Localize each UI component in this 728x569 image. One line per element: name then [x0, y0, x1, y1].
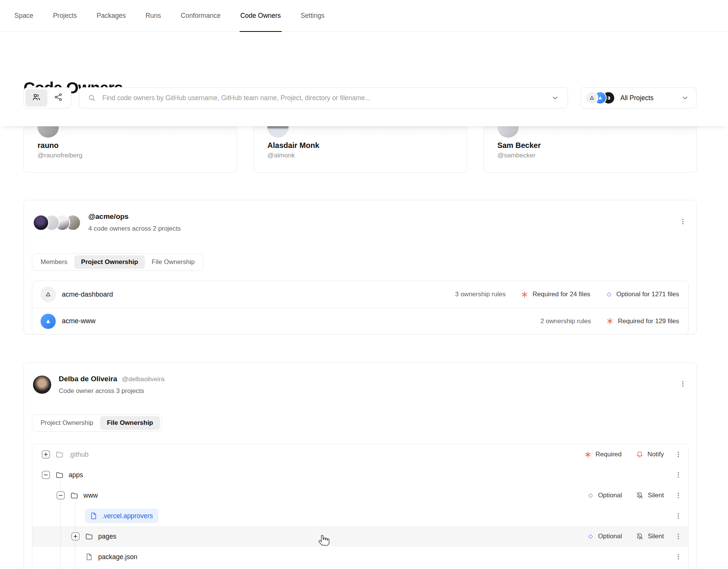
- file-icon: [85, 553, 93, 561]
- avatar: [33, 215, 49, 231]
- kebab-menu-icon[interactable]: [675, 553, 682, 561]
- project-filter-select[interactable]: All Projects: [581, 87, 697, 108]
- tab-project-ownership[interactable]: Project Ownership: [34, 416, 100, 430]
- required-badge: Required: [584, 451, 622, 459]
- silent-badge: Silent: [635, 532, 664, 541]
- owner-handle: @raunofreiberg: [38, 152, 237, 159]
- bell-off-icon: [635, 491, 644, 500]
- diamond-icon: [587, 533, 594, 540]
- notify-badge: Notify: [635, 450, 664, 459]
- owner-handle: @sambecker: [497, 152, 697, 159]
- search-icon: [88, 94, 96, 102]
- share-icon: [54, 93, 63, 103]
- tab-file-ownership[interactable]: File Ownership: [100, 416, 160, 430]
- chevron-down-icon[interactable]: [551, 94, 559, 102]
- owner-card-alasdair[interactable]: Alasdair Monk @almonk: [253, 126, 467, 173]
- view-toggle: [24, 87, 71, 108]
- tree-label: pages: [98, 533, 116, 541]
- nav-item-projects[interactable]: Projects: [53, 0, 77, 31]
- project-ownership-table: acme-dashboard 3 ownership rules Require…: [32, 281, 689, 335]
- person-handle: @delbaoliveira: [122, 376, 165, 383]
- kebab-menu-icon[interactable]: [679, 218, 687, 226]
- owners-view-button[interactable]: [25, 89, 47, 107]
- nav-item-code-owners[interactable]: Code Owners: [240, 0, 281, 31]
- folder-icon: [70, 491, 78, 500]
- tree-row-www[interactable]: www Optional Silent: [32, 485, 688, 506]
- asterisk-icon: [521, 291, 529, 299]
- expand-plus-icon[interactable]: [42, 450, 50, 459]
- team-card-header: @acme/ops 4 code owners across 2 project…: [33, 212, 687, 234]
- owner-name: Alasdair Monk: [267, 141, 466, 150]
- team-card: @acme/ops 4 code owners across 2 project…: [24, 200, 697, 335]
- tree-row-github[interactable]: .github Required Notify: [32, 444, 688, 465]
- owner-handle: @almonk: [267, 152, 466, 159]
- collapse-minus-icon[interactable]: [56, 491, 65, 500]
- project-row-acme-dashboard[interactable]: acme-dashboard 3 ownership rules Require…: [32, 281, 688, 308]
- search-input[interactable]: [102, 94, 545, 102]
- tree-row-pages[interactable]: pages Optional Silent: [32, 526, 688, 547]
- tree-label: package.json: [98, 553, 137, 561]
- team-avatar-stack: [33, 215, 81, 231]
- project-avatars: [585, 91, 615, 104]
- bell-off-icon: [635, 532, 644, 541]
- team-title: @acme/ops: [88, 212, 129, 222]
- nav-item-runs[interactable]: Runs: [146, 0, 161, 31]
- optional-badge: Optional: [587, 492, 622, 499]
- folder-icon: [55, 471, 64, 479]
- selected-file-pill[interactable]: .vercel.approvers: [85, 509, 158, 523]
- tree-row-vercel-approvers[interactable]: .vercel.approvers: [32, 506, 688, 526]
- avatar: [33, 376, 51, 394]
- tree-label: www: [83, 492, 98, 500]
- person-card-header: Delba de Oliveira @delbaoliveira Code ow…: [33, 374, 687, 396]
- required-badge: Required for 24 files: [521, 291, 590, 299]
- person-tabs: Project Ownership File Ownership: [32, 414, 162, 432]
- graph-view-button[interactable]: [47, 89, 69, 107]
- nav-item-space[interactable]: Space: [14, 0, 33, 31]
- kebab-menu-icon[interactable]: [675, 492, 682, 499]
- project-name: acme-www: [62, 317, 96, 325]
- tab-project-ownership[interactable]: Project Ownership: [74, 255, 145, 269]
- person-subtitle: Code owner across 3 projects: [59, 386, 165, 396]
- kebab-menu-icon[interactable]: [675, 533, 682, 540]
- project-avatar-gray-triangle-icon: [585, 91, 598, 104]
- file-ownership-tree: .github Required Notify: [32, 444, 689, 569]
- kebab-menu-icon[interactable]: [679, 380, 687, 388]
- team-subtitle: 4 code owners across 2 projects: [88, 224, 181, 234]
- kebab-menu-icon[interactable]: [675, 512, 682, 520]
- tree-label: apps: [69, 471, 83, 479]
- nav-item-settings[interactable]: Settings: [301, 0, 325, 31]
- nav-item-packages[interactable]: Packages: [97, 0, 126, 31]
- diamond-icon: [587, 492, 594, 499]
- person-card: Delba de Oliveira @delbaoliveira Code ow…: [24, 362, 697, 569]
- bell-icon: [635, 450, 644, 459]
- owner-name: Sam Becker: [497, 141, 697, 150]
- nav-item-conformance[interactable]: Conformance: [181, 0, 221, 31]
- optional-badge: Optional for 1271 files: [606, 291, 679, 298]
- team-tabs: Members Project Ownership File Ownership: [32, 253, 203, 271]
- ownership-rules-count: 2 ownership rules: [540, 318, 591, 325]
- required-badge: Required for 129 files: [606, 317, 679, 325]
- kebab-menu-icon[interactable]: [675, 451, 682, 458]
- tab-file-ownership[interactable]: File Ownership: [145, 255, 201, 269]
- project-row-acme-www[interactable]: acme-www 2 ownership rules Required for …: [32, 308, 688, 334]
- owner-card-rauno[interactable]: rauno @raunofreiberg: [24, 126, 237, 173]
- project-icon-triangle: [41, 314, 56, 329]
- tree-row-apps[interactable]: apps: [32, 465, 688, 485]
- owner-card-sam[interactable]: Sam Becker @sambecker: [483, 126, 697, 173]
- avatar: [497, 126, 519, 138]
- people-icon: [32, 93, 41, 103]
- ownership-rules-count: 3 ownership rules: [455, 291, 505, 298]
- owner-name: rauno: [38, 141, 237, 150]
- kebab-menu-icon[interactable]: [675, 471, 682, 479]
- collapse-minus-icon[interactable]: [42, 471, 50, 479]
- expand-plus-icon[interactable]: [71, 532, 80, 541]
- avatar: [267, 126, 289, 138]
- folder-icon: [55, 450, 64, 459]
- asterisk-icon: [606, 317, 614, 325]
- search-box: [79, 87, 568, 108]
- optional-badge: Optional: [587, 533, 622, 540]
- asterisk-icon: [584, 451, 592, 459]
- tab-members[interactable]: Members: [34, 255, 74, 269]
- tree-row-package-json[interactable]: package.json: [32, 547, 688, 567]
- file-icon: [89, 512, 98, 520]
